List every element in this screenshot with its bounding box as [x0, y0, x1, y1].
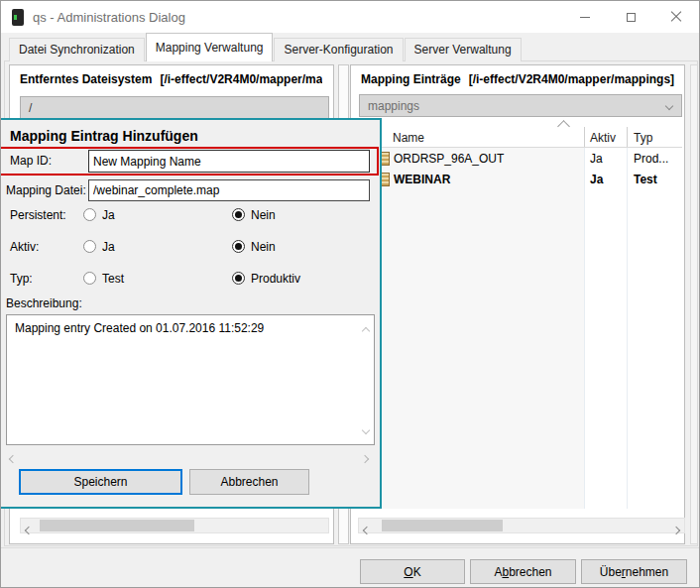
column-header-aktiv[interactable]: Aktiv	[590, 131, 616, 145]
mapping-entries-path: [/i-effect/V2R4M0/mapper/mappings]	[469, 72, 674, 86]
right-hscroll-thumb[interactable]	[382, 520, 503, 531]
uebernehmen-button[interactable]: Übernehmen	[581, 559, 687, 584]
row-typ: Test	[634, 173, 657, 186]
column-header-name[interactable]: Name	[393, 131, 424, 145]
aktiv-nein-label: Nein	[251, 240, 276, 254]
ok-label-post: K	[413, 565, 421, 579]
scroll-up-icon[interactable]	[363, 323, 369, 337]
column-header-typ[interactable]: Typ	[634, 131, 652, 145]
dialog-abbrechen-button[interactable]: Abbrechen	[189, 469, 309, 495]
mapping-entries-title: Mapping Einträge[/i-effect/V2R4M0/mapper…	[361, 72, 674, 86]
column-divider	[627, 127, 628, 147]
mappings-combo[interactable]: mappings	[359, 94, 682, 117]
sorted-column-shade	[359, 148, 584, 509]
row-name: ORDRSP_96A_OUT	[394, 152, 504, 166]
sort-ascending-icon[interactable]	[557, 120, 570, 133]
close-icon	[670, 11, 682, 23]
window-title: qs - Administrations Dialog	[33, 10, 185, 25]
remote-filesystem-title: Entferntes Dateisystem[/i-effect/V2R4M0/…	[20, 72, 322, 86]
footer-bar: OK Abbrechen Übernehmen	[1, 547, 700, 588]
left-panel-hscrollbar[interactable]	[20, 518, 329, 533]
chevron-down-icon	[665, 101, 673, 109]
tab-mapping-verwaltung[interactable]: Mapping Verwaltung	[146, 33, 274, 61]
tab-server-verwaltung[interactable]: Server Verwaltung	[405, 38, 522, 61]
titlebar: qs - Administrations Dialog	[1, 1, 699, 33]
dialog-title: Mapping Eintrag Hinzufügen	[10, 128, 198, 144]
scroll-down-icon[interactable]	[363, 422, 369, 436]
mapping-entries-title-text: Mapping Einträge	[361, 72, 461, 86]
scroll-right-icon[interactable]	[673, 523, 679, 536]
persistent-ja-label: Ja	[102, 208, 115, 222]
abbrechen-label-pre: A	[494, 565, 502, 579]
minimize-button[interactable]	[562, 1, 608, 33]
remote-root-combo[interactable]: /	[20, 96, 329, 119]
app-icon	[12, 9, 24, 26]
mapping-file-input[interactable]	[88, 179, 370, 201]
remote-filesystem-path: [/i-effect/V2R4M0/mapper/ma	[160, 72, 322, 86]
administrations-dialog-window: qs - Administrations Dialog Datei Synchr…	[0, 0, 700, 588]
left-hscroll-thumb[interactable]	[40, 520, 194, 531]
tab-datei-synchronization[interactable]: Datei Synchronization	[9, 38, 145, 61]
scroll-left-icon[interactable]	[26, 523, 32, 536]
scroll-left-icon[interactable]	[10, 451, 16, 465]
remote-filesystem-title-text: Entferntes Dateisystem	[20, 72, 152, 86]
maximize-icon	[627, 13, 636, 22]
description-box	[6, 314, 375, 445]
typ-produktiv-label: Produktiv	[251, 272, 300, 286]
scroll-left-icon[interactable]	[364, 523, 370, 536]
mapping-entries-panel: Mapping Einträge[/i-effect/V2R4M0/mapper…	[350, 64, 685, 544]
window-controls	[562, 1, 699, 33]
mappings-combo-value: mappings	[368, 99, 419, 113]
aktiv-label: Aktiv:	[10, 240, 39, 254]
maximize-button[interactable]	[608, 1, 653, 33]
description-label: Beschreibung:	[6, 296, 82, 310]
header-divider	[359, 147, 682, 148]
aktiv-ja-radio[interactable]	[83, 240, 96, 253]
minimize-icon	[580, 17, 590, 18]
remote-root-value: /	[29, 101, 32, 115]
speichern-button[interactable]: Speichern	[19, 469, 182, 495]
mapping-entries-table: Name Aktiv Typ ORDRSP_96A_OUT Ja Prod...…	[359, 120, 682, 509]
abbrechen-label-post: brechen	[509, 565, 551, 579]
persistent-label: Persistent:	[10, 208, 66, 222]
uebernehmen-label-post: nehmen	[626, 565, 668, 579]
column-divider	[627, 148, 628, 509]
column-divider	[584, 127, 585, 147]
row-aktiv: Ja	[590, 152, 603, 166]
table-row[interactable]: ORDRSP_96A_OUT Ja Prod...	[359, 149, 682, 170]
aktiv-nein-radio[interactable]	[232, 240, 245, 253]
typ-label: Typ:	[10, 272, 33, 286]
close-button[interactable]	[653, 1, 699, 33]
abbrechen-label-key: b	[502, 565, 509, 579]
mapping-file-label: Mapping Datei:	[6, 183, 86, 197]
typ-test-label: Test	[102, 272, 124, 286]
tab-bar: Datei Synchronization Mapping Verwaltung…	[9, 33, 523, 61]
ok-button[interactable]: OK	[360, 559, 465, 584]
mapping-add-dialog: Mapping Eintrag Hinzufügen Map ID: Mappi…	[0, 118, 382, 509]
aktiv-ja-label: Ja	[102, 240, 115, 254]
row-name: WEBINAR	[394, 173, 450, 186]
uebernehmen-label-pre: Übe	[600, 565, 622, 579]
table-row[interactable]: WEBINAR Ja Test	[359, 170, 682, 190]
persistent-ja-radio[interactable]	[83, 208, 96, 221]
typ-produktiv-radio[interactable]	[232, 272, 245, 285]
right-edge-strip	[690, 64, 698, 544]
map-id-input[interactable]	[88, 150, 370, 173]
description-textarea[interactable]	[7, 315, 356, 442]
ok-label-key: O	[404, 565, 412, 579]
row-typ: Prod...	[634, 152, 668, 166]
tab-server-konfiguration[interactable]: Server-Konfiguration	[274, 38, 403, 61]
persistent-nein-radio[interactable]	[232, 208, 245, 221]
persistent-nein-label: Nein	[251, 208, 276, 222]
column-divider	[584, 148, 585, 509]
row-aktiv: Ja	[590, 173, 603, 186]
typ-test-radio[interactable]	[83, 272, 96, 285]
map-id-label: Map ID:	[10, 154, 52, 168]
scroll-right-icon[interactable]	[362, 451, 368, 465]
abbrechen-button[interactable]: Abbrechen	[470, 559, 576, 584]
right-panel-hscrollbar[interactable]	[358, 518, 685, 533]
